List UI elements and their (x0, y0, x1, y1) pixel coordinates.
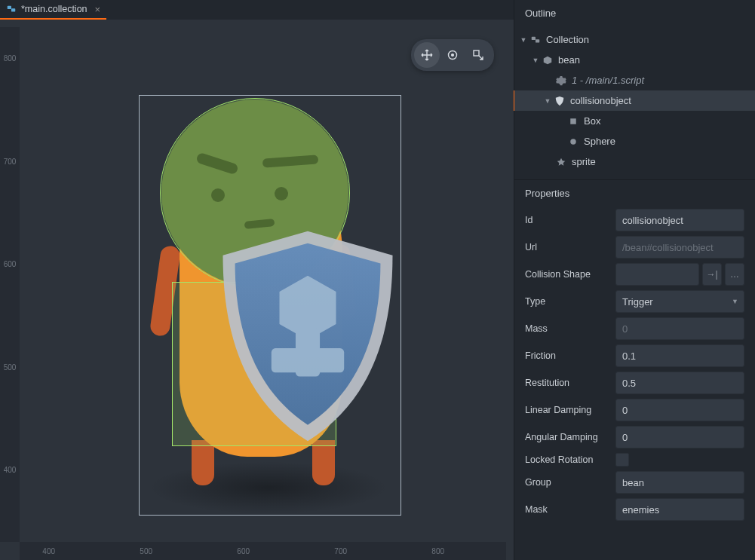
prop-restitution: Restitution (514, 369, 755, 396)
prop-label: Angular Damping (525, 432, 609, 442)
ruler-tick: 800 (431, 542, 444, 560)
ruler-tick: 400 (0, 466, 20, 474)
ruler-tick: 600 (237, 542, 250, 560)
prop-label: Url (525, 242, 609, 252)
outline-node-script[interactable]: 1 - /main/1.script (514, 70, 755, 90)
tool-rotate-button[interactable] (440, 42, 465, 68)
outline-label: Sphere (584, 136, 615, 147)
prop-label: Collision Shape (525, 269, 609, 280)
outline-label: 1 - /main/1.script (572, 75, 644, 86)
canvas[interactable] (20, 27, 506, 542)
properties-panel: Properties Id Url /bean#collisionobject … (514, 179, 755, 560)
svg-rect-9 (536, 39, 539, 42)
outline-node-sphere[interactable]: Sphere (514, 131, 755, 151)
inspector-pane: Outline ▼ Collection ▼ bean 1 (514, 0, 755, 560)
properties-title: Properties (514, 180, 755, 207)
prop-url: Url /bean#collisionobject (514, 234, 755, 261)
chevron-down-icon[interactable]: ▼ (519, 36, 528, 44)
prop-group: Group (514, 469, 755, 496)
tab-close-icon[interactable]: × (95, 4, 101, 15)
character-shadow (148, 461, 389, 514)
svg-rect-7 (474, 50, 479, 56)
url-field: /bean#collisionobject (615, 236, 744, 259)
editor-pane: *main.collection × 800 700 600 500 400 4… (0, 0, 514, 560)
locked-rotation-checkbox[interactable] (615, 453, 629, 467)
tool-scale-button[interactable] (465, 42, 491, 68)
tool-move-button[interactable] (414, 42, 440, 68)
group-input[interactable] (615, 471, 744, 494)
ruler-tick: 800 (0, 54, 20, 62)
svg-rect-11 (570, 118, 576, 124)
outline-panel: Outline ▼ Collection ▼ bean 1 (514, 0, 755, 179)
outline-node-bean[interactable]: ▼ bean (514, 50, 755, 70)
prop-label: Restitution (525, 378, 609, 388)
viewport-toolbar (411, 39, 494, 71)
tab-title: *main.collection (21, 4, 87, 14)
linear-damping-input[interactable] (615, 399, 744, 421)
collision-shape-input[interactable] (615, 263, 699, 286)
prop-label: Type (525, 296, 609, 307)
prop-friction: Friction (514, 342, 755, 369)
svg-marker-10 (544, 56, 552, 64)
ruler-tick: 500 (0, 363, 20, 371)
ruler-tick: 600 (0, 260, 20, 268)
outline-title: Outline (514, 0, 755, 26)
ruler-vertical: 800 700 600 500 400 (0, 27, 20, 542)
prop-type: Type Trigger ▼ (514, 288, 755, 315)
ruler-tick: 700 (334, 542, 347, 560)
friction-input[interactable] (615, 344, 744, 367)
type-select[interactable]: Trigger (615, 290, 744, 313)
viewport[interactable]: 800 700 600 500 400 400 500 600 700 800 (0, 20, 514, 560)
svg-rect-1 (11, 8, 15, 11)
id-input[interactable] (615, 209, 744, 231)
outline-label: bean (558, 54, 580, 66)
prop-linear-damping: Linear Damping (514, 396, 755, 424)
prop-label: Mask (525, 504, 609, 515)
prop-label: Id (525, 215, 609, 225)
collection-icon (6, 4, 17, 14)
outline-label: Box (584, 115, 600, 127)
tab-main-collection[interactable]: *main.collection × (0, 0, 106, 20)
svg-point-6 (452, 54, 454, 57)
restitution-input[interactable] (615, 372, 744, 394)
ruler-tick: 700 (0, 157, 20, 165)
svg-rect-4 (272, 348, 344, 372)
sphere-icon (567, 136, 579, 148)
shield-icon (554, 95, 566, 107)
sprite-icon (555, 156, 567, 168)
prop-mass: Mass (514, 315, 755, 342)
angular-damping-input[interactable] (615, 426, 744, 448)
prop-collision-shape: Collision Shape →| … (514, 261, 755, 288)
prop-angular-damping: Angular Damping (514, 424, 755, 451)
ruler-horizontal: 400 500 600 700 800 (20, 542, 506, 560)
prop-label: Friction (525, 350, 609, 361)
mask-input[interactable] (615, 498, 744, 521)
outline-node-collisionobject[interactable]: ▼ collisionobject (512, 90, 755, 111)
browse-button[interactable]: … (725, 263, 744, 286)
chevron-down-icon[interactable]: ▼ (543, 97, 552, 105)
outline-label: Collection (546, 34, 589, 45)
prop-locked-rotation: Locked Rotation (514, 451, 755, 469)
goto-resource-button[interactable]: →| (702, 263, 722, 286)
collection-icon (529, 34, 542, 46)
outline-node-sprite[interactable]: sprite (514, 151, 755, 172)
mass-input (615, 317, 744, 340)
outline-tree: ▼ Collection ▼ bean 1 - /main/1.script (514, 26, 755, 179)
app-root: *main.collection × 800 700 600 500 400 4… (0, 0, 755, 560)
gear-icon (555, 75, 567, 87)
outline-label: collisionobject (570, 95, 631, 106)
outline-node-collection[interactable]: ▼ Collection (514, 29, 755, 50)
outline-label: sprite (572, 156, 596, 167)
svg-rect-0 (8, 6, 11, 9)
prop-label: Locked Rotation (525, 454, 609, 465)
ruler-tick: 400 (42, 542, 55, 560)
box-icon (567, 115, 579, 127)
shield-icon (207, 223, 409, 449)
chevron-down-icon[interactable]: ▼ (531, 57, 540, 64)
outline-node-box[interactable]: Box (514, 111, 755, 131)
svg-point-12 (570, 139, 576, 145)
prop-mask: Mask (514, 496, 755, 523)
prop-label: Mass (525, 323, 609, 334)
svg-rect-8 (532, 36, 536, 39)
prop-label: Linear Damping (525, 405, 609, 415)
